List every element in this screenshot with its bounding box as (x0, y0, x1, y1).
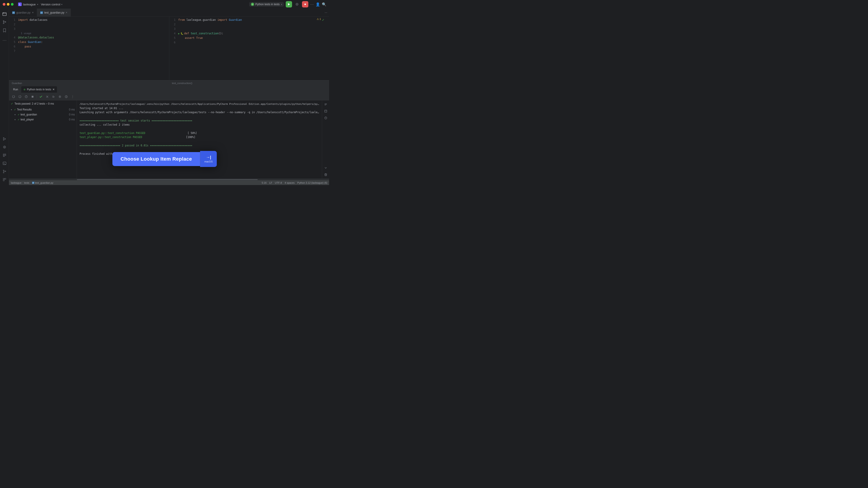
run-gutter-icon[interactable]: ▶ (178, 32, 180, 35)
svg-rect-37 (324, 110, 327, 112)
search-icon[interactable]: 🔍 (322, 2, 327, 6)
vc-chevron-icon: ▾ (61, 3, 62, 6)
clock-button[interactable] (64, 94, 69, 99)
status-python-version[interactable]: Python 3.12 (laxleague) (6) (297, 182, 327, 184)
maximize-button[interactable] (11, 3, 13, 6)
right-code-line-5: 5 assert True (169, 36, 329, 40)
tree-root-item[interactable]: ▾ ✓ Test Results 0 ms (9, 107, 76, 112)
run-config-tab-icon: ⚙ (24, 88, 26, 91)
version-control-button[interactable]: Version control ▾ (41, 3, 62, 6)
sidebar-item-terminal[interactable] (1, 160, 8, 167)
tree-child2-check: ✓ (18, 118, 20, 121)
rerun-failed-button[interactable] (17, 94, 23, 99)
tab-guardian-label: guardian.py (16, 11, 31, 14)
sidebar-item-git[interactable] (1, 19, 8, 26)
tab-run-label[interactable]: Run (11, 86, 20, 93)
tab-run-config[interactable]: ⚙ Python tests in tests ✕ (21, 86, 57, 93)
right-code-line-2: 2 (169, 22, 329, 27)
project-selector[interactable]: L laxleague ▾ (18, 2, 38, 6)
close-button[interactable] (3, 3, 5, 6)
output-separator-2: ========================== 2 passed in 0… (80, 143, 319, 148)
debug-gutter-icon[interactable]: 🐛 (181, 32, 183, 35)
svg-marker-24 (19, 96, 20, 96)
failed-tests-button[interactable] (44, 94, 50, 99)
right-icon-4[interactable] (322, 165, 329, 171)
left-sidebar: ⋯ (0, 8, 9, 185)
stop-button[interactable] (302, 1, 308, 7)
right-icon-2[interactable] (322, 108, 329, 114)
breadcrumb-right: test_construction() (169, 80, 329, 86)
choose-lookup-button[interactable]: Choose Lookup Item Replace (112, 152, 200, 166)
minimize-button[interactable] (7, 3, 9, 6)
test-status-check: ✓ (11, 102, 13, 105)
svg-marker-2 (288, 3, 290, 5)
svg-marker-23 (12, 96, 13, 96)
status-lf[interactable]: LF (269, 182, 272, 184)
svg-rect-20 (3, 178, 4, 180)
sort-button[interactable] (51, 94, 56, 99)
sidebar-item-git-bottom[interactable] (1, 168, 8, 175)
status-breadcrumb: laxleague › tests › py laxleague > tests… (11, 182, 53, 184)
more-actions-icon[interactable]: ⋯ (310, 2, 314, 6)
test-results-tree: ✓ Tests passed: 2 of 2 tests – 0 ms ▾ ✓ … (9, 100, 77, 179)
right-icon-3[interactable] (322, 115, 329, 121)
tree-root-check: ✓ (14, 108, 16, 111)
stop-run-button[interactable] (30, 94, 35, 99)
status-tests-folder[interactable]: tests (24, 182, 29, 184)
status-project[interactable]: laxleague (11, 182, 22, 184)
editor-scroll-left: 1 import dataclasses 2 3 1 usage (9, 17, 169, 80)
breadcrumb-left-text: Guardian (12, 82, 22, 85)
run-with-coverage-button[interactable] (24, 94, 29, 99)
project-chevron-icon: ▾ (37, 3, 38, 6)
editor-pane-test-guardian[interactable]: ✓ ⚠ 1 1 from laxleague.guardian import G… (169, 17, 329, 86)
run-config-tab-close[interactable]: ✕ (53, 88, 55, 91)
right-icon-1[interactable] (322, 101, 329, 107)
tree-root-time: 0 ms (69, 108, 75, 111)
svg-point-18 (3, 172, 4, 173)
status-encoding[interactable]: UTF-8 (275, 182, 282, 184)
sidebar-item-project[interactable] (1, 10, 8, 18)
sidebar-item-bookmarks[interactable] (1, 27, 8, 34)
sidebar-item-debug[interactable] (1, 143, 8, 151)
svg-rect-15 (3, 156, 4, 157)
more-run-options[interactable]: ⋮ (70, 94, 75, 99)
output-blank-1 (80, 114, 319, 119)
breadcrumb-left: Guardian (9, 80, 169, 86)
tab-close-guardian[interactable]: ✕ (32, 11, 34, 14)
status-indent[interactable]: 4 spaces (285, 182, 294, 184)
sidebar-item-structure[interactable] (1, 176, 8, 183)
rerun-button[interactable] (11, 94, 16, 99)
scrollbar-thumb[interactable] (77, 179, 258, 180)
right-icon-trash[interactable] (322, 171, 329, 178)
profile-icon[interactable]: 👤 (315, 2, 320, 6)
tab-close-test-guardian[interactable]: ✕ (66, 11, 67, 14)
tab-overflow-button[interactable]: ⋯ (323, 8, 329, 17)
tree-child1-check: ✓ (18, 113, 20, 116)
python-file-icon: py (12, 11, 15, 14)
run-button[interactable] (286, 1, 292, 7)
code-line-5: 5 class Guardian: (9, 40, 169, 44)
svg-point-32 (59, 96, 61, 97)
settings-run-button[interactable] (57, 94, 63, 99)
project-name: laxleague (23, 3, 36, 6)
debug-button[interactable] (294, 1, 300, 7)
sidebar-item-run[interactable] (1, 135, 8, 142)
breadcrumb-right-text: test_construction() (172, 82, 192, 85)
run-config-label: Python tests in tests (255, 3, 280, 6)
tree-item-test-player[interactable]: ▾ ✓ test_player 0 ms (9, 117, 76, 122)
run-config-selector[interactable]: Python tests in tests ▾ (249, 2, 284, 6)
svg-rect-21 (5, 178, 6, 180)
tab-test-guardian-py[interactable]: py test_guardian.py ✕ (37, 8, 71, 17)
output-blank-2 (80, 127, 319, 131)
status-position[interactable]: 5:16 (262, 182, 267, 184)
overlay-macos-button[interactable]: →| macOS (200, 151, 217, 167)
tab-guardian-py[interactable]: py guardian.py ✕ (9, 8, 37, 17)
check-tests-button[interactable] (38, 94, 43, 99)
tree-item-test-guardian[interactable]: ▾ ✓ test_guardian 0 ms (9, 112, 76, 117)
sidebar-item-services[interactable] (1, 152, 8, 159)
editor-pane-guardian[interactable]: 1 import dataclasses 2 3 1 usage (9, 17, 169, 86)
sidebar-item-more[interactable]: ⋯ (1, 37, 8, 44)
horizontal-scrollbar[interactable] (9, 179, 329, 180)
status-bar: laxleague › tests › py laxleague > tests… (9, 180, 329, 185)
status-file[interactable]: py laxleague > tests > test_guardian.py … (32, 182, 53, 184)
